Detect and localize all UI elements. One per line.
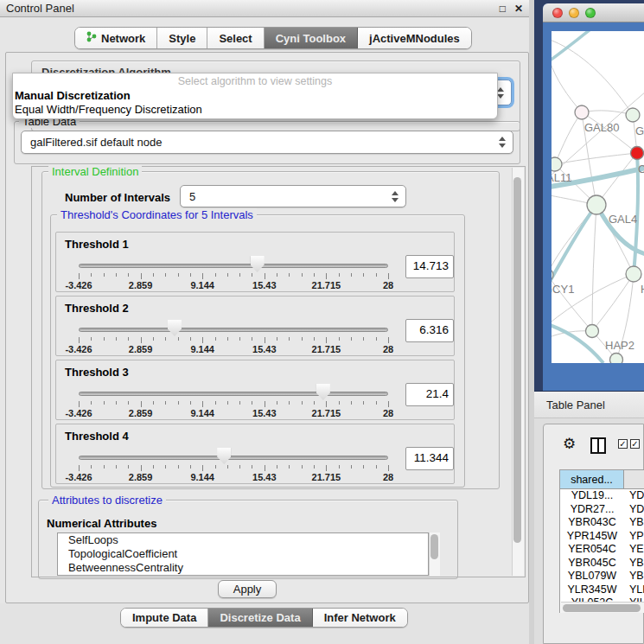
table-panel-titlebar[interactable]: Table Panel <box>534 391 644 418</box>
tick-label: -3.426 <box>65 344 92 354</box>
slider-thumb[interactable] <box>217 448 231 464</box>
attributes-list-scrollbar-thumb[interactable] <box>430 534 438 559</box>
tab-network[interactable]: Network <box>75 28 157 48</box>
tab-select[interactable]: Select <box>207 28 264 48</box>
table-row[interactable]: YER054CYER0 <box>560 543 644 557</box>
tick-mark <box>215 465 216 469</box>
tab-discretize-data[interactable]: Discretize Data <box>208 609 312 627</box>
network-edge[interactable] <box>552 92 644 176</box>
network-edge-highlighted[interactable] <box>552 31 590 61</box>
slider-thumb[interactable] <box>168 320 182 336</box>
tick-mark <box>302 337 303 341</box>
slider-thumb[interactable] <box>251 256 265 272</box>
table-row[interactable]: YBR045CYBR0 <box>560 557 644 571</box>
vertical-scrollbar-thumb[interactable] <box>513 177 521 543</box>
tick-mark <box>239 401 240 405</box>
tick-mark <box>339 401 340 405</box>
slider-track[interactable] <box>79 392 388 396</box>
slider-thumb[interactable] <box>316 384 330 400</box>
minimize-light[interactable] <box>569 8 579 18</box>
slider-track[interactable] <box>79 328 388 332</box>
network-node[interactable] <box>626 108 640 122</box>
checkbox-icon[interactable]: ✓ <box>630 439 640 449</box>
close-light[interactable] <box>552 8 563 18</box>
algorithm-placeholder-item[interactable]: Select algorithm to view settings <box>13 75 497 89</box>
table-row[interactable]: YDL19...YDL1 <box>560 489 644 503</box>
list-item[interactable]: SelfLoops <box>58 533 428 547</box>
table-data-combobox[interactable]: galFiltered.sif default node <box>21 131 513 154</box>
number-of-intervals-combobox[interactable]: 5 <box>180 185 406 207</box>
table-horizontal-scrollbar-thumb[interactable] <box>563 604 641 612</box>
network-view-window[interactable]: GAL80GALCGAL11GAL4GCY1HHAP2 <box>543 3 644 391</box>
tick-mark <box>265 465 265 471</box>
node-table[interactable]: shared... na YDL19...YDL1YDR27...YDR2YBR… <box>559 469 644 613</box>
close-window-icon[interactable]: ✕ <box>514 0 523 17</box>
tick-label: 2.859 <box>129 280 153 290</box>
network-node-h[interactable] <box>626 266 641 282</box>
table-row[interactable]: YPR145WYPR1 <box>560 530 644 544</box>
cyni-mode-tab-bar: Impute DataDiscretize DataInfer Network <box>120 608 408 628</box>
table-row[interactable]: YLR345WYLR3 <box>560 583 644 597</box>
threshold-value-input[interactable]: 21.4 <box>405 383 454 406</box>
algorithm-option-equal-width[interactable]: Equal Width/Frequency Discretization <box>13 103 497 117</box>
tick-mark <box>190 337 191 341</box>
tab-jactivemnodules[interactable]: jActiveMNodules <box>358 28 471 48</box>
float-window-icon[interactable]: □ <box>500 0 506 17</box>
tab-cyni-toolbox[interactable]: Cyni Toolbox <box>265 28 358 48</box>
table-row[interactable]: YDR27...YDR2 <box>560 503 644 517</box>
thresholds-group-title: Threshold's Coordinates for 5 Intervals <box>57 208 257 221</box>
network-node-gal80[interactable] <box>575 105 589 119</box>
slider-track[interactable] <box>79 456 388 460</box>
cell-name: YBR0 <box>629 557 644 569</box>
tick-mark <box>289 337 290 341</box>
network-edge[interactable] <box>592 274 634 331</box>
zoom-light[interactable] <box>585 8 596 18</box>
numerical-attributes-list[interactable]: SelfLoopsTopologicalCoefficientBetweenne… <box>57 532 429 576</box>
network-window-titlebar[interactable] <box>543 3 644 22</box>
slider-track[interactable] <box>79 264 388 268</box>
tick-mark <box>227 337 228 341</box>
tick-mark <box>116 465 117 469</box>
threshold-value-input[interactable]: 14.713 <box>405 255 454 278</box>
control-panel: Control Panel □ ✕ NetworkStyleSelectCyni… <box>0 0 529 644</box>
network-edge[interactable] <box>582 111 633 115</box>
gear-icon[interactable]: ⚙ <box>563 435 576 453</box>
network-edge[interactable] <box>555 112 582 164</box>
threshold-value-input[interactable]: 6.316 <box>405 319 454 342</box>
tick-mark <box>128 401 129 405</box>
tab-style[interactable]: Style <box>157 28 207 48</box>
tick-mark <box>314 273 315 277</box>
threshold-panel: Threshold 4-3.4262.8599.14415.4321.71528… <box>55 424 455 484</box>
algorithm-option-manual[interactable]: Manual Discretization <box>13 89 497 103</box>
network-edge[interactable] <box>592 205 596 331</box>
network-node-gal4[interactable] <box>587 195 606 214</box>
split-view-icon[interactable] <box>590 437 606 454</box>
apply-button[interactable]: Apply <box>218 580 277 598</box>
list-item[interactable]: BetweennessCentrality <box>58 561 428 575</box>
tick-mark <box>91 337 92 341</box>
table-horizontal-scrollbar[interactable] <box>561 602 644 613</box>
network-edge[interactable] <box>552 61 582 112</box>
column-header-name[interactable]: na <box>624 470 644 489</box>
tab-impute-data[interactable]: Impute Data <box>121 609 208 627</box>
network-canvas[interactable]: GAL80GALCGAL11GAL4GCY1HHAP2 <box>552 31 644 363</box>
network-node[interactable] <box>610 354 623 364</box>
network-node-hap2[interactable] <box>586 325 599 338</box>
threshold-value-input[interactable]: 11.344 <box>405 447 454 470</box>
network-edge[interactable] <box>555 153 637 164</box>
table-row[interactable]: YBL079WYBL0 <box>560 570 644 583</box>
checkbox-icon[interactable]: ✓ <box>618 439 628 449</box>
network-node[interactable] <box>631 147 644 160</box>
network-node-gal11[interactable] <box>552 157 562 171</box>
table-row[interactable]: YBR043CYBR0 <box>560 516 644 530</box>
threshold-label: Threshold 3 <box>65 366 129 379</box>
network-edge-highlighted[interactable] <box>552 205 596 286</box>
tick-label: -3.426 <box>65 280 92 290</box>
control-panel-tab-bar: NetworkStyleSelectCyni ToolboxjActiveMNo… <box>74 27 472 49</box>
control-panel-titlebar[interactable]: Control Panel □ ✕ <box>0 0 529 17</box>
tab-infer-network[interactable]: Infer Network <box>313 609 407 627</box>
column-header-shared-name[interactable]: shared... <box>560 470 624 489</box>
tick-label: -3.426 <box>65 472 92 482</box>
list-item[interactable]: TopologicalCoefficient <box>58 547 428 561</box>
tick-label: 15.43 <box>252 344 277 354</box>
